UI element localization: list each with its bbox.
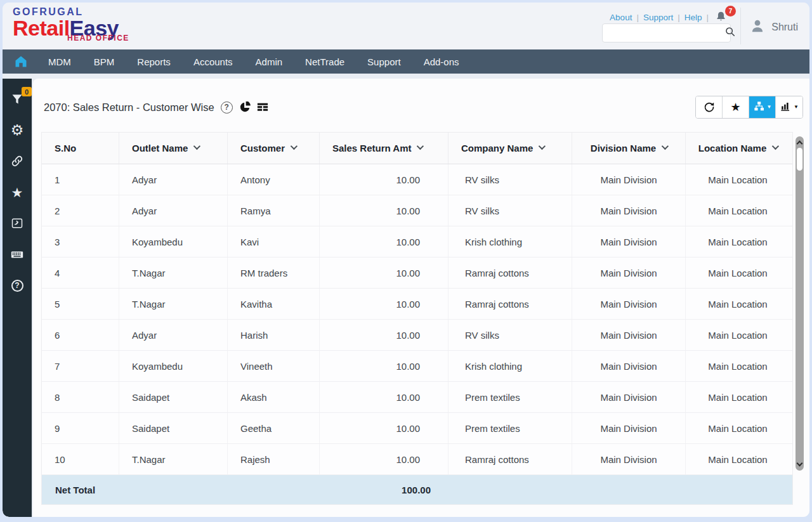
cell-outlet: Adyar	[119, 195, 228, 226]
notifications-button[interactable]: 7	[714, 10, 728, 24]
chevron-down-icon	[772, 143, 779, 150]
cell-location: Main Location	[686, 164, 790, 195]
cell-company: Krish clothing	[449, 226, 572, 257]
filter-icon[interactable]: 0	[10, 91, 25, 107]
cell-amount: 10.00	[320, 195, 449, 226]
cell-customer: Akash	[228, 382, 320, 412]
chevron-down-icon	[539, 143, 546, 150]
caret-down-icon: ▼	[767, 105, 772, 110]
home-icon[interactable]	[13, 53, 29, 70]
cell-division: Main Division	[572, 164, 686, 195]
cell-sno: 5	[42, 289, 119, 319]
keyboard-icon[interactable]	[10, 247, 25, 262]
report-title: 2070: Sales Return - Customer Wise	[44, 101, 214, 114]
chevron-down-icon	[193, 143, 200, 150]
cell-company: Ramraj cottons	[449, 444, 572, 474]
cell-amount: 10.00	[320, 258, 449, 288]
column-header-customer[interactable]: Customer	[228, 133, 320, 164]
nav-item-accounts[interactable]: Accounts	[182, 49, 244, 74]
settings-gear-icon[interactable]: ⚙	[10, 122, 25, 138]
cell-outlet: Adyar	[119, 164, 228, 195]
cell-location: Main Location	[686, 444, 790, 474]
sidebar-help-icon[interactable]: ?	[10, 278, 25, 293]
column-header-outlet[interactable]: Outlet Name	[119, 133, 228, 164]
nav-item-reports[interactable]: Reports	[126, 49, 182, 74]
nav-item-nettrade[interactable]: NetTrade	[294, 49, 356, 74]
column-header-division[interactable]: Division Name	[572, 133, 686, 164]
cell-amount: 10.00	[320, 413, 449, 443]
table-row[interactable]: 1 Adyar Antony 10.00 RV silks Main Divis…	[42, 164, 792, 195]
cell-company: Ramraj cottons	[449, 258, 572, 288]
column-label: Customer	[240, 143, 285, 153]
scroll-down-icon[interactable]	[797, 460, 803, 467]
pie-chart-icon[interactable]	[239, 101, 251, 113]
search-input[interactable]	[603, 24, 724, 42]
report-card: 2070: Sales Return - Customer Wise ? ★	[33, 79, 809, 517]
net-total-row: Net Total 100.00	[42, 475, 792, 504]
top-links: About| Support| Help| 7	[610, 10, 728, 24]
cell-outlet: Saidapet	[119, 413, 228, 443]
cell-location: Main Location	[686, 195, 790, 226]
table-row[interactable]: 4 T.Nagar RM traders 10.00 Ramraj cotton…	[42, 258, 792, 289]
column-header-sno[interactable]: S.No	[42, 133, 119, 164]
window-shortcut-icon[interactable]	[10, 216, 25, 231]
cell-customer: Antony	[228, 164, 320, 195]
favorite-button[interactable]: ★	[723, 96, 749, 118]
nav-item-addons[interactable]: Add-ons	[412, 49, 471, 74]
net-total-label: Net Total	[42, 485, 119, 495]
column-header-amount[interactable]: Sales Return Amt	[320, 133, 449, 164]
cell-company: RV silks	[449, 164, 572, 195]
table-row[interactable]: 10 T.Nagar Rajesh 10.00 Ramraj cottons M…	[42, 444, 792, 475]
table-row[interactable]: 9 Saidapet Geetha 10.00 Prem textiles Ma…	[42, 413, 792, 444]
favorites-star-icon[interactable]: ★	[10, 185, 25, 200]
about-link[interactable]: About	[610, 13, 632, 22]
app-logo: GOFRUGAL RetailEasy HEAD OFFICE	[13, 7, 129, 42]
cell-amount: 10.00	[320, 351, 449, 381]
scroll-up-icon[interactable]	[797, 141, 803, 147]
search-icon[interactable]	[724, 26, 736, 40]
chart-view-button[interactable]: ▼	[776, 96, 802, 118]
workspace: 0 ⚙ ★ ? 2070: Sales Return - Customer Wi…	[3, 74, 809, 517]
support-link[interactable]: Support	[643, 13, 673, 22]
notification-count-badge: 7	[725, 6, 736, 16]
table-body: 1 Adyar Antony 10.00 RV silks Main Divis…	[42, 164, 792, 475]
cell-company: RV silks	[449, 195, 572, 226]
table-view-icon[interactable]	[257, 101, 268, 113]
cell-outlet: T.Nagar	[119, 444, 228, 474]
column-header-location[interactable]: Location Name	[686, 133, 790, 164]
cell-division: Main Division	[572, 289, 686, 319]
report-table: S.No Outlet Name Customer Sales Return A…	[41, 132, 793, 505]
cell-customer: Geetha	[228, 413, 320, 443]
cell-division: Main Division	[572, 351, 686, 381]
table-row[interactable]: 5 T.Nagar Kavitha 10.00 Ramraj cottons M…	[42, 289, 792, 320]
filter-count-badge: 0	[22, 87, 32, 96]
nav-item-support[interactable]: Support	[356, 49, 412, 74]
nav-item-bpm[interactable]: BPM	[82, 49, 126, 74]
cell-division: Main Division	[572, 320, 686, 350]
table-row[interactable]: 7 Koyambedu Vineeth 10.00 Krish clothing…	[42, 351, 792, 382]
refresh-button[interactable]	[696, 96, 723, 118]
cell-amount: 10.00	[320, 382, 449, 412]
scrollbar-thumb[interactable]	[797, 148, 802, 171]
user-menu[interactable]: Shruti	[749, 18, 798, 37]
cell-amount: 10.00	[320, 320, 449, 350]
cell-customer: Rajesh	[228, 444, 320, 474]
column-header-company[interactable]: Company Name	[449, 133, 572, 164]
report-header: 2070: Sales Return - Customer Wise ? ★	[41, 95, 803, 119]
help-link[interactable]: Help	[684, 13, 702, 22]
table-row[interactable]: 6 Adyar Harish 10.00 RV silks Main Divis…	[42, 320, 792, 351]
hierarchy-view-button[interactable]: ▼	[749, 96, 776, 118]
cell-customer: RM traders	[228, 258, 320, 288]
left-sidebar: 0 ⚙ ★ ?	[3, 79, 32, 517]
link-icon[interactable]	[10, 153, 25, 169]
table-scrollbar[interactable]	[796, 136, 804, 471]
table-row[interactable]: 3 Koyambedu Kavi 10.00 Krish clothing Ma…	[42, 226, 792, 258]
nav-item-mdm[interactable]: MDM	[37, 49, 82, 74]
star-icon: ★	[730, 101, 740, 113]
app-window: GOFRUGAL RetailEasy HEAD OFFICE About| S…	[3, 3, 809, 517]
nav-item-admin[interactable]: Admin	[244, 49, 294, 74]
table-row[interactable]: 8 Saidapet Akash 10.00 Prem textiles Mai…	[42, 382, 792, 413]
cell-division: Main Division	[572, 195, 686, 226]
table-row[interactable]: 2 Adyar Ramya 10.00 RV silks Main Divisi…	[42, 195, 792, 226]
report-help-icon[interactable]: ?	[221, 101, 233, 114]
